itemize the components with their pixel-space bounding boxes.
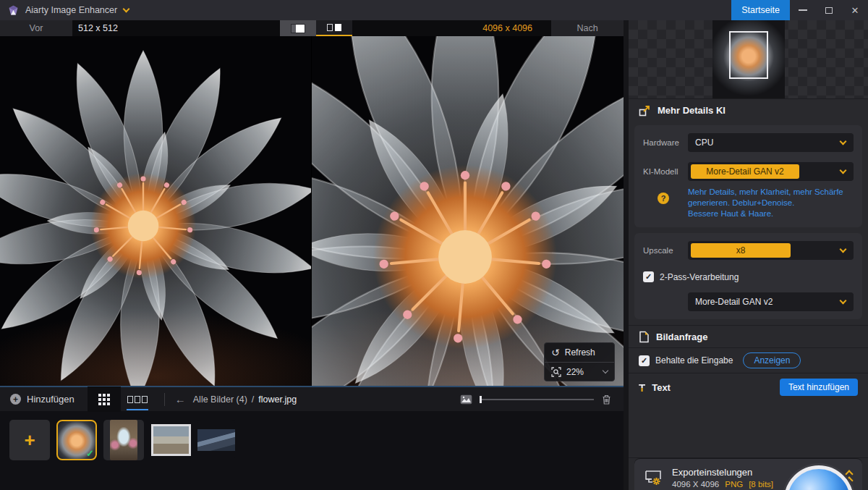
two-pass-model-select[interactable]: More-Detail GAN v2 <box>688 292 854 311</box>
text-tool-icon: T <box>639 381 645 394</box>
model-description-line: Bessere Haut & Haare. <box>688 208 843 219</box>
model-chevron-icon <box>840 167 847 174</box>
after-size-label: 4096 x 4096 <box>482 20 532 36</box>
main-area: Vor 512 x 512 4096 x 4096 Nach <box>0 20 624 490</box>
app-title: Aiarty Image Enhancer <box>25 5 117 15</box>
thumbnail-mountain[interactable] <box>197 420 235 460</box>
breadcrumb-separator: / <box>252 394 254 405</box>
split-view-icon <box>291 24 305 33</box>
refresh-label: Refresh <box>565 347 595 358</box>
export-settings-text: Exporteinstelungen 4096 X 4096 PNG [8 bi… <box>672 467 773 489</box>
thumbnail-strip: + ✓ <box>0 411 624 490</box>
zoom-chevron-down-icon <box>603 368 608 373</box>
view-toggles <box>280 20 352 36</box>
tab-before[interactable]: Vor <box>0 20 72 36</box>
details-section-title: Mehr Details KI <box>658 105 726 116</box>
filmstrip-view-button[interactable] <box>121 386 154 412</box>
titlebar: Aiarty Image Enhancer Startseite ✕ <box>0 0 868 20</box>
back-arrow-icon[interactable]: ← <box>175 393 186 405</box>
zoom-level-dropdown[interactable]: 22% <box>545 362 614 381</box>
keep-input-checkbox[interactable]: ✓ <box>639 355 650 366</box>
trash-icon[interactable] <box>601 394 612 405</box>
image-size-icon <box>460 394 472 405</box>
close-button[interactable]: ✕ <box>842 0 868 20</box>
add-label: Hinzufügen <box>27 394 75 405</box>
text-tool-row: T Text Text hinzufügen <box>629 373 868 401</box>
home-button[interactable]: Startseite <box>731 0 790 20</box>
side-by-side-view-icon <box>327 24 341 31</box>
panel-spacer <box>629 401 868 457</box>
upscale-select[interactable]: x8 <box>688 241 854 260</box>
keep-input-row: ✓ Behalte die Eingabe Anzeigen <box>629 347 868 373</box>
app-window: Aiarty Image Enhancer Startseite ✕ Vor 5… <box>0 0 868 490</box>
done-check-icon: ✓ <box>86 448 94 459</box>
details-section-header: Mehr Details KI <box>629 98 868 121</box>
add-text-button[interactable]: Text hinzufügen <box>780 379 858 396</box>
model-select[interactable]: More-Detail GAN v2 <box>688 162 854 181</box>
hardware-chevron-icon <box>840 138 847 145</box>
add-thumbnail-button[interactable]: + <box>9 420 50 460</box>
model-description: Mehr Details, mehr Klarheit, mehr Schärf… <box>688 187 843 219</box>
image-viewer: ↺ Refresh 22% <box>0 36 624 386</box>
hardware-select[interactable]: CPU <box>688 133 854 152</box>
navigator-thumbnail <box>712 20 785 98</box>
after-image-viewport[interactable]: ↺ Refresh 22% <box>312 36 624 386</box>
two-pass-label: 2-Pass-Verarbeitung <box>660 272 739 282</box>
thumbnail-beach[interactable] <box>150 420 191 460</box>
close-icon: ✕ <box>851 6 859 15</box>
side-by-side-view-button[interactable] <box>316 20 352 36</box>
viewer-overlay-panel: ↺ Refresh 22% <box>544 342 615 381</box>
prompt-section-header: Bildanfrage <box>629 325 868 347</box>
add-plus-icon: + <box>10 394 21 405</box>
minimize-icon <box>799 9 807 11</box>
export-meta: 4096 X 4096 PNG [8 bits] <box>672 480 773 489</box>
thumbnail-size-slider[interactable] <box>480 399 594 400</box>
add-image-button[interactable]: + Hinzufügen <box>0 394 75 405</box>
current-filename: flower.jpg <box>258 394 297 405</box>
hardware-value: CPU <box>695 138 713 148</box>
upscale-value-pill: x8 <box>691 243 791 258</box>
two-pass-checkbox[interactable]: ✓ <box>643 271 654 282</box>
app-menu-chevron-icon[interactable] <box>123 6 130 13</box>
model-settings-card: Hardware CPU KI-Modell More-Detail GAN v… <box>634 125 862 227</box>
split-view-button[interactable] <box>280 20 316 36</box>
model-description-line: generieren. Deblur+Denoise. <box>688 198 843 208</box>
toolbar-divider <box>164 393 165 406</box>
grid-view-icon <box>98 394 110 405</box>
tab-after[interactable]: Nach <box>551 20 624 36</box>
export-bit-depth: [8 bits] <box>749 480 773 489</box>
thumbnail-mountain-image <box>197 429 235 451</box>
magnifier-icon <box>551 367 561 377</box>
thumb-size-controls <box>460 394 624 405</box>
slider-handle[interactable] <box>480 396 482 403</box>
before-image-viewport[interactable] <box>0 36 311 386</box>
help-icon[interactable]: ? <box>658 193 669 204</box>
prompt-section-title: Bildanfrage <box>656 331 708 342</box>
export-size: 4096 X 4096 <box>672 480 719 489</box>
model-description-line: Mehr Details, mehr Klarheit, mehr Schärf… <box>688 187 843 198</box>
refresh-icon: ↺ <box>551 347 560 358</box>
refresh-button[interactable]: ↺ Refresh <box>545 343 614 362</box>
minimize-button[interactable] <box>790 0 816 20</box>
show-prompt-button[interactable]: Anzeigen <box>743 352 801 368</box>
export-settings-title: Exporteinstelungen <box>672 467 773 478</box>
upscale-chevron-icon <box>840 246 847 253</box>
breadcrumb-all-images[interactable]: Alle Bilder (4) <box>193 394 247 405</box>
model-label: KI-Modell <box>643 167 688 176</box>
filmstrip-view-icon <box>127 396 148 403</box>
navigator-crop-box[interactable] <box>729 31 768 79</box>
app-logo-icon <box>7 4 20 17</box>
two-pass-model-chevron-icon <box>840 297 847 305</box>
enhance-expand-icon <box>639 104 651 117</box>
export-format: PNG <box>725 480 743 489</box>
grid-view-button[interactable] <box>88 386 121 412</box>
settings-panel: Mehr Details KI Hardware CPU KI-Modell M… <box>624 20 868 490</box>
maximize-button[interactable] <box>816 0 842 20</box>
maximize-icon <box>825 7 833 14</box>
model-value-pill: More-Detail GAN v2 <box>691 164 799 179</box>
thumbnail-flower-selected[interactable]: ✓ <box>56 420 97 460</box>
text-section-title: Text <box>652 382 671 393</box>
compare-toolbar: Vor 512 x 512 4096 x 4096 Nach <box>0 20 624 36</box>
file-toolbar: + Hinzufügen ← Alle Bilder (4) / flower.… <box>0 386 624 411</box>
thumbnail-archway[interactable] <box>103 420 144 460</box>
